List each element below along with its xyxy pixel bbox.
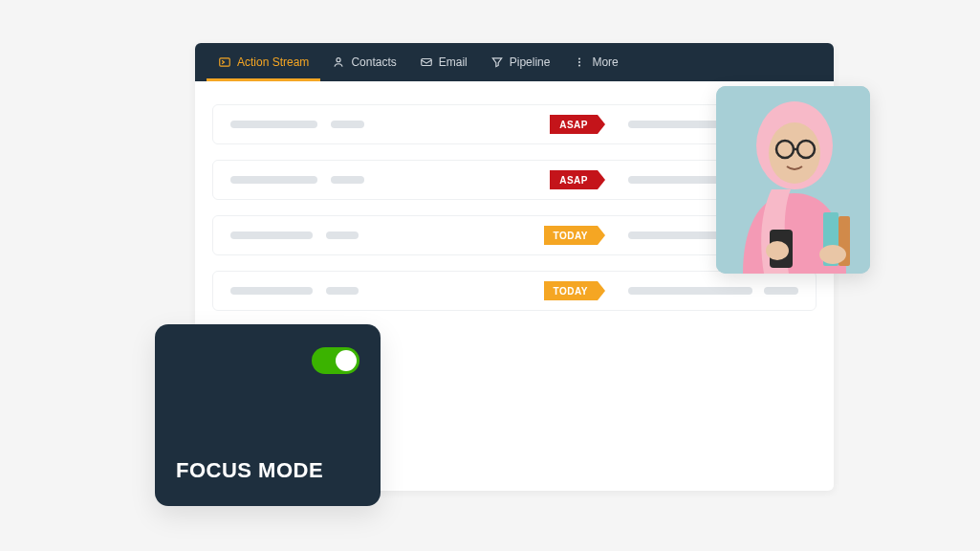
nav-contacts[interactable]: Contacts [320,43,407,81]
person-icon [332,55,345,69]
svg-point-5 [578,64,580,66]
placeholder-bar [230,231,313,239]
svg-rect-2 [421,59,431,66]
toggle-knob [336,350,357,371]
flag-label: ASAP [559,175,588,186]
nav-label: More [592,55,618,69]
flag-label: TODAY [554,231,588,241]
placeholder-bar [326,287,359,295]
flag-label: ASAP [559,120,588,130]
priority-flag: ASAP [550,115,598,134]
focus-mode-toggle[interactable] [312,347,359,374]
svg-point-16 [819,245,846,264]
nav-label: Email [439,55,468,69]
placeholder-bar [230,176,317,184]
mail-icon [420,55,433,69]
stream-row[interactable]: TODAY [212,271,817,311]
funnel-icon [490,55,504,69]
placeholder-bar [326,231,359,239]
nav-more[interactable]: More [561,43,629,81]
placeholder-bar [230,287,313,295]
priority-flag: TODAY [544,226,598,245]
row-right [628,287,798,295]
nav-email[interactable]: Email [408,43,479,81]
nav-label: Action Stream [237,55,309,69]
priority-flag: ASAP [550,170,598,189]
priority-flag: TODAY [544,281,598,300]
avatar-card [716,86,870,274]
svg-point-3 [578,57,580,59]
svg-point-13 [766,241,789,260]
stream-icon [218,55,231,69]
placeholder-bar [331,176,365,184]
focus-mode-label: FOCUS MODE [176,458,359,483]
placeholder-bar [628,287,752,295]
top-navbar: Action Stream Contacts Email [195,43,834,81]
nav-label: Contacts [351,55,396,69]
placeholder-bar [230,121,317,128]
flag-label: TODAY [554,286,588,297]
avatar-illustration [716,86,870,274]
nav-label: Pipeline [510,55,551,69]
placeholder-bar [764,287,798,295]
focus-mode-card: FOCUS MODE [155,324,381,506]
nav-pipeline[interactable]: Pipeline [479,43,562,81]
svg-point-1 [337,58,340,62]
more-icon [573,55,586,69]
placeholder-bar [331,121,365,128]
nav-action-stream[interactable]: Action Stream [207,43,320,81]
svg-point-4 [578,61,580,63]
